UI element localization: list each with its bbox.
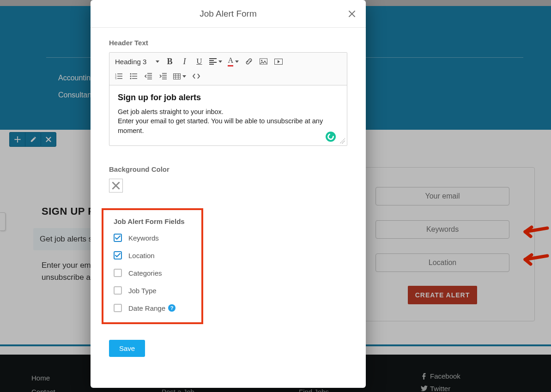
svg-rect-9 xyxy=(174,73,181,79)
rte-toolbar: Heading 3 B I U A xyxy=(109,53,347,85)
text-color-icon[interactable]: A xyxy=(225,54,242,69)
field-row-jobtype[interactable]: Job Type xyxy=(114,286,191,295)
form-fields-label: Job Alert Form Fields xyxy=(114,217,191,225)
field-row-keywords[interactable]: Keywords xyxy=(114,234,191,242)
no-color-swatch[interactable] xyxy=(109,179,123,193)
checkbox-jobtype-label: Job Type xyxy=(128,287,157,295)
header-text-label: Header Text xyxy=(109,39,347,47)
image-icon[interactable] xyxy=(256,54,271,69)
rte-heading-dropdown[interactable]: Heading 3 xyxy=(111,54,162,69)
resize-handle-icon[interactable] xyxy=(339,138,345,144)
bold-icon[interactable]: B xyxy=(162,54,177,69)
rte-content-line1: Get job alerts straight to your inbox. xyxy=(118,107,339,116)
rte-content-heading: Sign up for job alerts xyxy=(118,93,339,103)
svg-point-6 xyxy=(130,73,132,75)
caret-down-icon xyxy=(235,60,239,63)
caret-down-icon xyxy=(218,60,222,63)
italic-icon[interactable]: I xyxy=(177,54,192,69)
checkbox-daterange[interactable] xyxy=(114,304,122,312)
table-icon[interactable] xyxy=(170,69,189,84)
svg-point-8 xyxy=(130,78,132,79)
checkbox-location-label: Location xyxy=(128,252,155,259)
caret-down-icon xyxy=(182,75,186,78)
checkbox-location[interactable] xyxy=(114,251,122,259)
rte-content-line2: Enter your email to get started. You wil… xyxy=(118,116,339,135)
svg-point-7 xyxy=(130,76,132,77)
underline-icon[interactable]: U xyxy=(192,54,206,69)
rte-content-area[interactable]: Sign up for job alerts Get job alerts st… xyxy=(109,85,347,145)
save-button[interactable]: Save xyxy=(109,340,145,357)
field-row-location[interactable]: Location xyxy=(114,251,191,259)
checkbox-categories-label: Categories xyxy=(128,269,162,277)
checkbox-keywords-label: Keywords xyxy=(128,234,159,242)
grammarly-icon[interactable] xyxy=(326,132,336,142)
rte-heading-label: Heading 3 xyxy=(115,58,146,66)
checkbox-jobtype[interactable] xyxy=(114,286,122,295)
caret-down-icon xyxy=(156,60,159,63)
help-icon[interactable]: ? xyxy=(168,304,176,312)
checkbox-categories[interactable] xyxy=(114,269,122,277)
align-icon[interactable] xyxy=(206,54,225,69)
checkbox-daterange-label: Date Range xyxy=(128,304,165,312)
video-icon[interactable] xyxy=(271,54,286,69)
background-color-label: Background Color xyxy=(109,165,347,173)
field-row-categories[interactable]: Categories xyxy=(114,269,191,277)
close-icon[interactable] xyxy=(346,8,357,19)
job-alert-form-modal: Job Alert Form Header Text Heading 3 B I… xyxy=(91,0,366,388)
form-fields-highlight-box: Job Alert Form Fields Keywords Location … xyxy=(102,208,203,324)
rich-text-editor: Heading 3 B I U A xyxy=(109,52,347,146)
checkbox-keywords[interactable] xyxy=(114,234,122,242)
modal-header: Job Alert Form xyxy=(91,0,366,28)
field-row-daterange[interactable]: Date Range ? xyxy=(114,304,191,312)
link-icon[interactable] xyxy=(242,54,256,69)
code-view-icon[interactable] xyxy=(189,69,204,84)
svg-text:3: 3 xyxy=(115,78,117,79)
unordered-list-icon[interactable] xyxy=(126,69,141,84)
indent-icon[interactable] xyxy=(156,69,170,84)
modal-title-text: Job Alert Form xyxy=(200,9,257,19)
outdent-icon[interactable] xyxy=(141,69,156,84)
ordered-list-icon[interactable]: 123 xyxy=(111,69,126,84)
svg-point-1 xyxy=(261,60,263,61)
